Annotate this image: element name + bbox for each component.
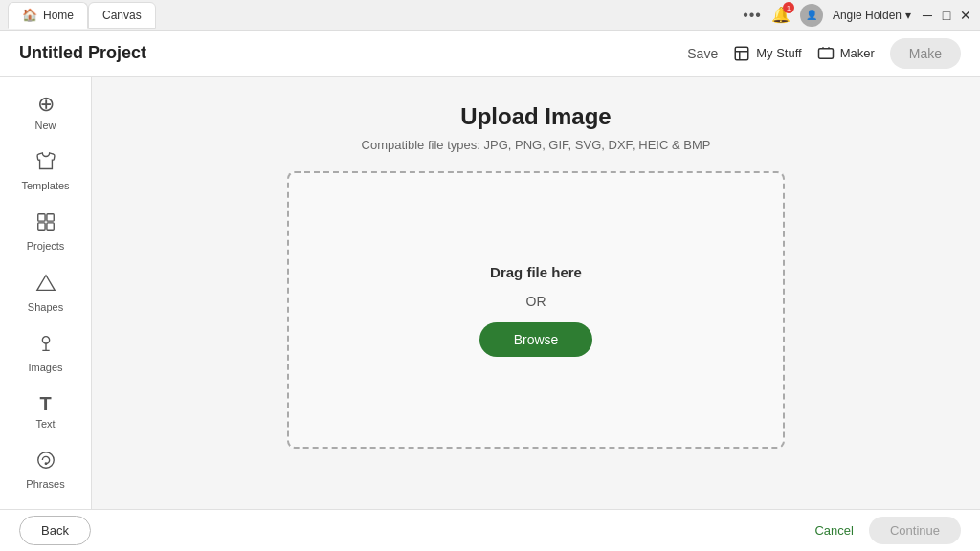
svg-point-7 bbox=[37, 452, 54, 469]
header-actions: Save My Stuff Maker Make bbox=[687, 38, 961, 69]
svg-point-8 bbox=[45, 463, 46, 464]
cancel-button[interactable]: Cancel bbox=[814, 523, 853, 538]
svg-point-6 bbox=[42, 336, 49, 342]
sidebar-item-label: New bbox=[34, 120, 56, 132]
footer: Back Cancel Continue bbox=[0, 509, 980, 551]
upload-content: Upload Image Compatible file types: JPG,… bbox=[92, 77, 980, 509]
sidebar-item-text[interactable]: T Text bbox=[8, 386, 84, 438]
notification-badge: 1 bbox=[783, 2, 794, 13]
svg-rect-4 bbox=[37, 223, 44, 230]
tab-canvas[interactable]: Canvas bbox=[88, 2, 156, 29]
drop-zone[interactable]: Drag file here OR Browse bbox=[287, 171, 785, 449]
svg-rect-5 bbox=[46, 223, 53, 230]
maximize-button[interactable]: □ bbox=[940, 9, 953, 22]
sidebar-item-editable-images[interactable]: Editable Images bbox=[8, 502, 84, 509]
sidebar-item-label: Images bbox=[28, 362, 62, 374]
user-menu-button[interactable]: Angie Holden ▾ bbox=[833, 9, 911, 22]
maker-button[interactable]: Maker bbox=[817, 45, 875, 62]
sidebar-item-new[interactable]: ⊕ New bbox=[8, 84, 84, 140]
continue-button[interactable]: Continue bbox=[869, 517, 961, 544]
title-bar: 🏠 Home Canvas ••• 🔔 1 👤 Angie Holden ▾ ─… bbox=[0, 0, 980, 31]
tab-home[interactable]: 🏠 Home bbox=[8, 2, 88, 29]
drag-text: Drag file here bbox=[490, 264, 582, 280]
sidebar-item-images[interactable]: Images bbox=[8, 325, 84, 382]
my-stuff-icon bbox=[733, 45, 750, 62]
tab-canvas-label: Canvas bbox=[102, 9, 142, 22]
tab-bar: 🏠 Home Canvas bbox=[8, 2, 156, 29]
svg-rect-2 bbox=[37, 214, 44, 221]
sidebar: ⊕ New Templates Projects bbox=[0, 77, 92, 509]
projects-icon bbox=[35, 211, 56, 237]
sidebar-item-templates[interactable]: Templates bbox=[8, 143, 84, 200]
upload-subtitle: Compatible file types: JPG, PNG, GIF, SV… bbox=[362, 138, 711, 152]
title-bar-controls: ••• 🔔 1 👤 Angie Holden ▾ ─ □ ✕ bbox=[743, 4, 972, 27]
svg-rect-1 bbox=[818, 48, 833, 58]
sidebar-item-phrases[interactable]: Phrases bbox=[8, 442, 84, 498]
make-button[interactable]: Make bbox=[890, 38, 961, 69]
svg-rect-0 bbox=[735, 47, 748, 60]
tab-home-label: Home bbox=[43, 9, 74, 22]
main-layout: ⊕ New Templates Projects bbox=[0, 77, 980, 509]
close-button[interactable]: ✕ bbox=[959, 9, 972, 22]
sidebar-item-projects[interactable]: Projects bbox=[8, 204, 84, 260]
shapes-icon bbox=[35, 273, 56, 298]
more-options-button[interactable]: ••• bbox=[743, 7, 762, 24]
sidebar-item-label: Phrases bbox=[26, 478, 64, 491]
text-icon: T bbox=[39, 393, 51, 415]
sidebar-item-label: Text bbox=[35, 418, 55, 430]
home-icon: 🏠 bbox=[22, 8, 37, 22]
sidebar-item-label: Shapes bbox=[28, 301, 63, 314]
upload-title: Upload Image bbox=[460, 103, 611, 130]
images-icon bbox=[35, 333, 56, 359]
sidebar-item-shapes[interactable]: Shapes bbox=[8, 265, 84, 321]
window-controls: ─ □ ✕ bbox=[921, 9, 972, 22]
sidebar-item-label: Projects bbox=[27, 240, 65, 253]
my-stuff-button[interactable]: My Stuff bbox=[733, 45, 801, 62]
maker-icon bbox=[817, 45, 835, 62]
templates-icon bbox=[35, 151, 56, 177]
svg-rect-3 bbox=[46, 214, 53, 221]
app-header: Untitled Project Save My Stuff Maker Mak… bbox=[0, 31, 980, 77]
sidebar-item-label: Templates bbox=[21, 180, 69, 192]
save-button[interactable]: Save bbox=[687, 46, 718, 61]
project-title: Untitled Project bbox=[19, 43, 146, 63]
or-text: OR bbox=[526, 294, 546, 309]
footer-right-actions: Cancel Continue bbox=[814, 517, 961, 544]
notification-button[interactable]: 🔔 1 bbox=[771, 6, 791, 24]
browse-button[interactable]: Browse bbox=[479, 322, 593, 357]
new-icon: ⊕ bbox=[37, 92, 55, 117]
minimize-button[interactable]: ─ bbox=[921, 9, 934, 22]
avatar: 👤 bbox=[800, 4, 823, 27]
phrases-icon bbox=[35, 450, 56, 475]
back-button[interactable]: Back bbox=[19, 516, 91, 545]
